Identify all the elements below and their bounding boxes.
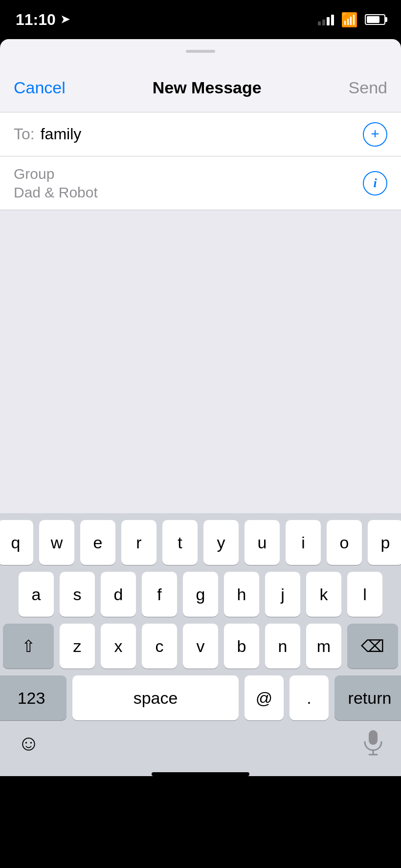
key-k[interactable]: k [306,572,341,617]
key-h[interactable]: h [224,572,259,617]
status-time: 11:10 ➤ [16,11,69,29]
space-label: space [134,689,178,708]
space-key[interactable]: space [72,675,239,720]
status-icons: 📶 [318,12,385,28]
to-field-row: To: + [0,112,401,156]
to-input[interactable] [41,125,363,143]
compose-area[interactable] [0,210,401,513]
numbers-key[interactable]: 123 [0,675,67,720]
battery-icon [365,14,385,25]
send-button[interactable]: Send [349,78,387,97]
key-c[interactable]: c [142,624,177,669]
key-o[interactable]: o [327,520,362,565]
key-s[interactable]: s [60,572,95,617]
info-icon: i [373,176,377,191]
clock: 11:10 [16,11,56,29]
sheet-handle-area [0,39,401,64]
key-t[interactable]: t [162,520,198,565]
key-a[interactable]: a [19,572,54,617]
delete-key[interactable]: ⌫ [347,624,398,669]
keyboard-row-2: a s d f g h j k l [3,572,398,617]
key-y[interactable]: y [203,520,239,565]
keyboard-row-3: ⇧ z x c v b n m ⌫ [3,624,398,669]
delete-icon: ⌫ [361,636,384,656]
at-key[interactable]: @ [245,675,284,720]
period-key[interactable]: . [290,675,329,720]
keyboard-bottom-bar: ☺ [0,723,401,772]
key-r[interactable]: r [121,520,156,565]
return-label: return [348,689,392,708]
key-d[interactable]: d [101,572,136,617]
keyboard-row-4: 123 space @ . return [3,675,398,720]
key-q[interactable]: q [0,520,33,565]
cancel-button[interactable]: Cancel [14,78,66,97]
key-x[interactable]: x [101,624,136,669]
add-recipient-button[interactable]: + [363,122,387,147]
status-bar: 11:10 ➤ 📶 [0,0,401,39]
location-arrow-icon: ➤ [61,13,69,26]
autocomplete-result[interactable]: Group Dad & Robot i [0,156,401,210]
key-b[interactable]: b [224,624,259,669]
to-label: To: [14,125,35,143]
key-n[interactable]: n [265,624,300,669]
key-u[interactable]: u [245,520,280,565]
key-m[interactable]: m [306,624,341,669]
key-z[interactable]: z [60,624,95,669]
key-p[interactable]: p [368,520,401,565]
period-label: . [307,689,311,708]
keyboard: q w e r t y u i o p a s d f g h j k l ⇧ [0,513,401,776]
at-label: @ [256,689,273,708]
nav-bar: Cancel New Message Send [0,64,401,112]
microphone-icon [363,729,383,756]
sheet-handle [186,50,215,53]
keyboard-row-1: q w e r t y u i o p [3,520,398,565]
key-l[interactable]: l [347,572,382,617]
autocomplete-text: Group Dad & Robot [14,166,98,201]
signal-icon [318,14,334,25]
contact-name: Dad & Robot [14,184,98,201]
key-g[interactable]: g [183,572,218,617]
shift-icon: ⇧ [22,636,35,656]
microphone-button[interactable] [363,729,383,757]
plus-icon: + [371,127,379,141]
key-v[interactable]: v [183,624,218,669]
key-f[interactable]: f [142,572,177,617]
numbers-label: 123 [18,689,45,708]
svg-rect-0 [369,730,378,745]
info-button[interactable]: i [363,171,387,195]
shift-key[interactable]: ⇧ [3,624,54,669]
group-label: Group [14,166,98,182]
return-key[interactable]: return [334,675,401,720]
key-j[interactable]: j [265,572,300,617]
key-i[interactable]: i [286,520,321,565]
emoji-button[interactable]: ☺ [18,731,40,755]
home-indicator [152,772,249,776]
key-w[interactable]: w [39,520,74,565]
nav-title: New Message [153,78,262,97]
wifi-icon: 📶 [341,12,358,28]
emoji-icon: ☺ [18,731,40,755]
key-e[interactable]: e [80,520,115,565]
